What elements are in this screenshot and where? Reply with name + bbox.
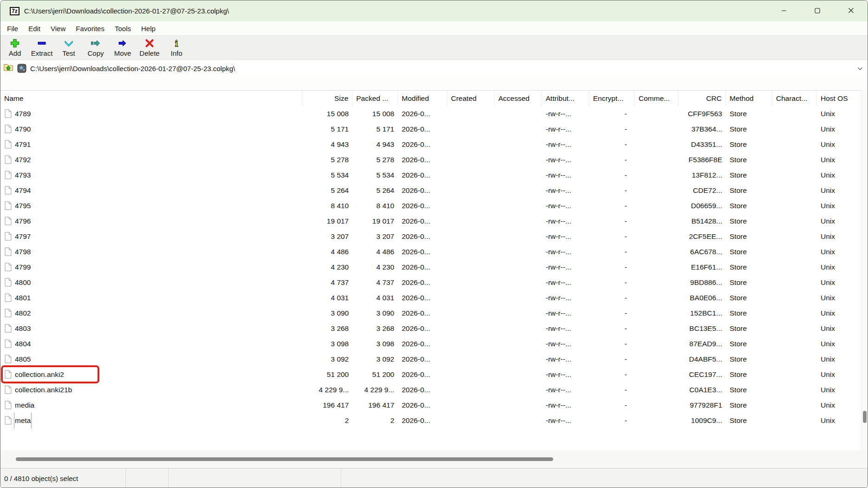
- cell-size: 3 268: [302, 321, 352, 336]
- column-header-accessed[interactable]: Accessed: [495, 91, 542, 106]
- cell-characteristics: [772, 244, 817, 259]
- table-row[interactable]: media196 417196 4172026-0...-rw-r--...-9…: [0, 397, 862, 413]
- table-row[interactable]: 47958 4108 4102026-0...-rw-r--...-D06659…: [0, 198, 862, 213]
- table-row[interactable]: 47914 9434 9432026-0...-rw-r--...-D43351…: [0, 137, 862, 152]
- cell-host_os: Unix: [817, 336, 862, 351]
- file-icon: [5, 370, 12, 379]
- cell-size: 4 229 9...: [302, 382, 352, 397]
- table-row[interactable]: 47925 2785 2782026-0...-rw-r--...-F5386F…: [0, 152, 862, 167]
- column-header-size[interactable]: Size: [302, 91, 352, 106]
- table-row[interactable]: 47994 2304 2302026-0...-rw-r--...-E16F61…: [0, 259, 862, 275]
- column-header-host_os[interactable]: Host OS: [817, 91, 862, 106]
- cell-attributes: -rw-r--...: [542, 382, 589, 397]
- extract-button[interactable]: Extract: [28, 36, 55, 59]
- minimize-button[interactable]: [767, 0, 801, 21]
- file-name: 4804: [15, 336, 31, 351]
- cell-name: collection.anki2: [0, 367, 302, 382]
- table-row[interactable]: collection.anki251 20051 2002026-0...-rw…: [0, 367, 862, 382]
- cell-crc: B51428...: [679, 213, 726, 229]
- horizontal-scrollbar-thumb[interactable]: [16, 457, 553, 461]
- column-header-comment[interactable]: Comme...: [635, 91, 679, 106]
- cell-attributes: -rw-r--...: [542, 152, 589, 167]
- move-button[interactable]: Move: [109, 36, 136, 59]
- table-row[interactable]: 478915 00815 0082026-0...-rw-r--...-CFF9…: [0, 106, 862, 121]
- cell-size: 5 171: [302, 121, 352, 137]
- cell-encrypted: -: [589, 167, 635, 183]
- table-row[interactable]: 48004 7374 7372026-0...-rw-r--...-9BD886…: [0, 275, 862, 290]
- cell-accessed: [495, 229, 542, 244]
- menu-item-edit[interactable]: Edit: [23, 25, 46, 33]
- cell-method: Store: [726, 382, 772, 397]
- delete-button[interactable]: Delete: [136, 36, 163, 59]
- table-row[interactable]: 48053 0923 0922026-0...-rw-r--...-D4ABF5…: [0, 351, 862, 367]
- table-row[interactable]: 47935 5345 5342026-0...-rw-r--...-13F812…: [0, 167, 862, 183]
- cell-modified: 2026-0...: [398, 121, 447, 137]
- table-row[interactable]: 48023 0903 0902026-0...-rw-r--...-152BC1…: [0, 305, 862, 321]
- cell-created: [447, 275, 495, 290]
- cell-size: 4 230: [302, 259, 352, 275]
- column-header-crc[interactable]: CRC: [679, 91, 726, 106]
- menu-item-file[interactable]: File: [2, 25, 23, 33]
- menu-item-help[interactable]: Help: [136, 25, 161, 33]
- table-row[interactable]: 479619 01719 0172026-0...-rw-r--...-B514…: [0, 213, 862, 229]
- table-row[interactable]: collection.anki21b4 229 9...4 229 9...20…: [0, 382, 862, 397]
- vertical-scrollbar[interactable]: [861, 90, 868, 450]
- table-row[interactable]: 47973 2073 2072026-0...-rw-r--...-2CF5EE…: [0, 229, 862, 244]
- cell-attributes: -rw-r--...: [542, 275, 589, 290]
- cell-crc: 6AC678...: [679, 244, 726, 259]
- cell-created: [447, 290, 495, 305]
- cell-host_os: Unix: [817, 229, 862, 244]
- cell-size: 5 534: [302, 167, 352, 183]
- vertical-scrollbar-thumb[interactable]: [863, 411, 867, 423]
- column-header-attributes[interactable]: Attribut...: [542, 91, 589, 106]
- column-header-modified[interactable]: Modified: [398, 91, 447, 106]
- address-input[interactable]: C:\Users\jerri\Downloads\collection-2026…: [15, 61, 866, 76]
- table-row[interactable]: 48033 2683 2682026-0...-rw-r--...-BC13E5…: [0, 321, 862, 336]
- maximize-button[interactable]: [801, 0, 834, 21]
- folder-up-icon: [3, 63, 13, 74]
- column-header-created[interactable]: Created: [447, 91, 495, 106]
- close-button[interactable]: [834, 0, 868, 21]
- cell-size: 2: [302, 413, 352, 428]
- cell-modified: 2026-0...: [398, 198, 447, 213]
- cell-host_os: Unix: [817, 290, 862, 305]
- info-button[interactable]: i Info: [163, 36, 190, 59]
- cell-host_os: Unix: [817, 382, 862, 397]
- cell-method: Store: [726, 106, 772, 121]
- horizontal-scrollbar[interactable]: [0, 450, 868, 468]
- address-dropdown-chevron[interactable]: [855, 64, 866, 73]
- table-row[interactable]: 47945 2645 2642026-0...-rw-r--...-CDE72.…: [0, 183, 862, 198]
- menu-item-favorites[interactable]: Favorites: [71, 25, 110, 33]
- table-row[interactable]: 48043 0983 0982026-0...-rw-r--...-87EAD9…: [0, 336, 862, 351]
- column-header-packed[interactable]: Packed ...: [352, 91, 398, 106]
- menu-item-view[interactable]: View: [46, 25, 71, 33]
- table-row[interactable]: meta222026-0...-rw-r--...-1009C9...Store…: [0, 413, 862, 428]
- cell-attributes: -rw-r--...: [542, 290, 589, 305]
- cell-created: [447, 152, 495, 167]
- column-header-encrypted[interactable]: Encrypt...: [589, 91, 635, 106]
- cell-host_os: Unix: [817, 351, 862, 367]
- file-name: collection.anki21b: [15, 382, 72, 397]
- parent-folder-button[interactable]: [3, 63, 14, 74]
- table-row[interactable]: 47984 4864 4862026-0...-rw-r--...-6AC678…: [0, 244, 862, 259]
- table-row[interactable]: 47905 1715 1712026-0...-rw-r--...-37B364…: [0, 121, 862, 137]
- cell-created: [447, 121, 495, 137]
- cell-accessed: [495, 137, 542, 152]
- maximize-icon: [815, 7, 820, 15]
- test-button[interactable]: Test: [55, 36, 82, 59]
- window-title: C:\Users\jerri\Downloads\collection-2026…: [24, 7, 229, 15]
- add-button[interactable]: Add: [1, 36, 28, 59]
- menu-item-tools[interactable]: Tools: [110, 25, 136, 33]
- column-header-characteristics[interactable]: Charact...: [772, 91, 817, 106]
- column-header-name[interactable]: Name: [0, 91, 302, 106]
- column-header-method[interactable]: Method: [726, 91, 772, 106]
- cell-created: [447, 259, 495, 275]
- cell-size: 5 264: [302, 183, 352, 198]
- table-row[interactable]: 48014 0314 0312026-0...-rw-r--...-BA0E06…: [0, 290, 862, 305]
- cell-characteristics: [772, 321, 817, 336]
- close-icon: [848, 7, 854, 15]
- cell-name: meta: [0, 413, 302, 428]
- file-name: 4798: [15, 244, 31, 259]
- cell-crc: CEC197...: [679, 367, 726, 382]
- copy-button[interactable]: Copy: [82, 36, 109, 59]
